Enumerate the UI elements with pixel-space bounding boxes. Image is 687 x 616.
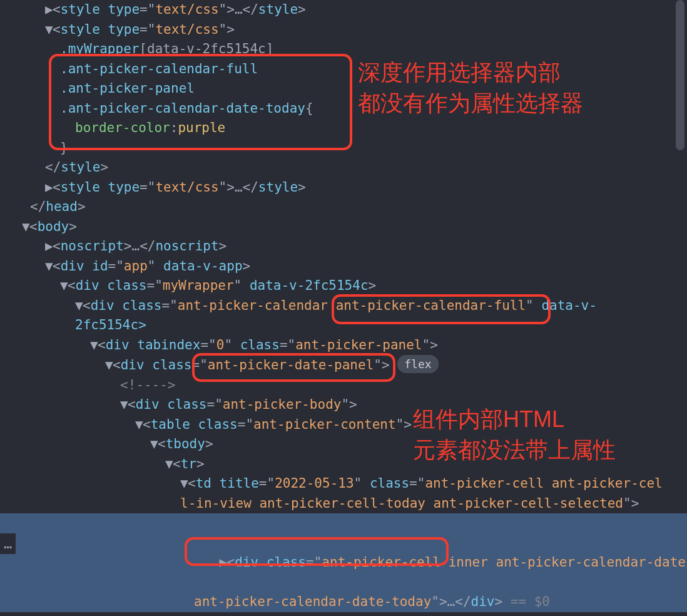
dom-node-style-expanded[interactable]: ▼<style type="text/css"> bbox=[0, 20, 687, 40]
dom-node-noscript[interactable]: ▶<noscript>…</noscript> bbox=[0, 237, 687, 257]
flex-badge[interactable]: flex bbox=[397, 355, 438, 373]
dom-node-style-collapsed[interactable]: ▶<style type="text/css">…</style> bbox=[0, 178, 687, 198]
expand-arrow-down-icon[interactable]: ▼ bbox=[150, 434, 158, 454]
scrollbar-thumb[interactable] bbox=[676, 0, 684, 150]
dom-node-head-close: </head> bbox=[0, 197, 687, 217]
dom-node-panel-div[interactable]: ▼<div tabindex="0" class="ant-picker-pan… bbox=[0, 336, 687, 356]
dom-node-style-close: </style> bbox=[0, 158, 687, 178]
devtools-elements-panel: ▶<style type="text/css">…</style> ▼<styl… bbox=[0, 0, 687, 616]
expand-arrow-right-icon[interactable]: ▶ bbox=[45, 237, 53, 257]
dom-node-calendar-div-cont[interactable]: 2fc5154c> bbox=[0, 316, 687, 336]
expand-arrow-down-icon[interactable]: ▼ bbox=[90, 336, 98, 356]
expand-arrow-down-icon[interactable]: ▼ bbox=[45, 20, 53, 40]
overflow-ellipsis-icon[interactable]: … bbox=[0, 533, 16, 554]
expand-arrow-down-icon[interactable]: ▼ bbox=[45, 257, 53, 277]
expand-arrow-right-icon[interactable]: ▶ bbox=[45, 178, 53, 198]
dom-node-app-div[interactable]: ▼<div id="app" data-v-app> bbox=[0, 257, 687, 277]
expand-arrow-down-icon[interactable]: ▼ bbox=[22, 217, 29, 237]
dom-node-calendar-div[interactable]: ▼<div class="ant-picker-calendar ant-pic… bbox=[0, 296, 687, 316]
dom-node-body[interactable]: ▼<body> bbox=[0, 217, 687, 237]
expand-arrow-right-icon[interactable]: ▶ bbox=[45, 0, 53, 20]
dom-node-td[interactable]: ▼<td title="2022-05-13" class="ant-picke… bbox=[0, 474, 687, 494]
expand-arrow-down-icon[interactable]: ▼ bbox=[165, 454, 173, 475]
dom-node-tbody[interactable]: ▼<tbody> bbox=[0, 434, 687, 454]
css-declaration[interactable]: border-color:purple bbox=[0, 118, 687, 138]
css-brace-close: } bbox=[0, 138, 687, 158]
devtools-selected-node-indicator: == $0 bbox=[502, 594, 550, 609]
css-selector-line[interactable]: .ant-picker-panel bbox=[0, 79, 687, 99]
dom-node-selected[interactable]: … ▶<div class="ant-picker-cell-inner ant… bbox=[0, 513, 687, 592]
dom-node-tr[interactable]: ▼<tr> bbox=[0, 454, 687, 475]
dom-node-style-collapsed[interactable]: ▶<style type="text/css">…</style> bbox=[0, 0, 687, 20]
expand-arrow-down-icon[interactable]: ▼ bbox=[180, 474, 188, 494]
dom-node-date-panel-div[interactable]: ▼<div class="ant-picker-date-panel"> fle… bbox=[0, 355, 687, 376]
dom-node-picker-body[interactable]: ▼<div class="ant-picker-body"> bbox=[0, 395, 687, 415]
expand-arrow-down-icon[interactable]: ▼ bbox=[120, 395, 128, 415]
scrollbar[interactable] bbox=[674, 0, 686, 616]
css-selector-line[interactable]: .ant-picker-calendar-full bbox=[0, 59, 687, 80]
dom-node-selected-cont[interactable]: ant-picker-calendar-date-today">…</div> … bbox=[0, 592, 687, 612]
dom-node-td-close: </td> bbox=[0, 612, 687, 617]
expand-arrow-down-icon[interactable]: ▼ bbox=[135, 415, 143, 435]
dom-node-comment: <!----> bbox=[0, 376, 687, 396]
css-selector-line[interactable]: .ant-picker-calendar-date-today{ bbox=[0, 99, 687, 119]
expand-arrow-down-icon[interactable]: ▼ bbox=[75, 296, 83, 316]
expand-arrow-right-icon[interactable]: ▶ bbox=[220, 553, 227, 573]
expand-arrow-down-icon[interactable]: ▼ bbox=[60, 276, 68, 296]
expand-arrow-down-icon[interactable]: ▼ bbox=[105, 356, 113, 376]
dom-node-table[interactable]: ▼<table class="ant-picker-content"> bbox=[0, 415, 687, 435]
dom-node-td-cont[interactable]: l-in-view ant-picker-cell-today ant-pick… bbox=[0, 494, 687, 514]
dom-node-mywrapper-div[interactable]: ▼<div class="myWrapper" data-v-2fc5154c> bbox=[0, 276, 687, 296]
css-selector-line[interactable]: .myWrapper[data-v-2fc5154c] bbox=[0, 39, 687, 59]
